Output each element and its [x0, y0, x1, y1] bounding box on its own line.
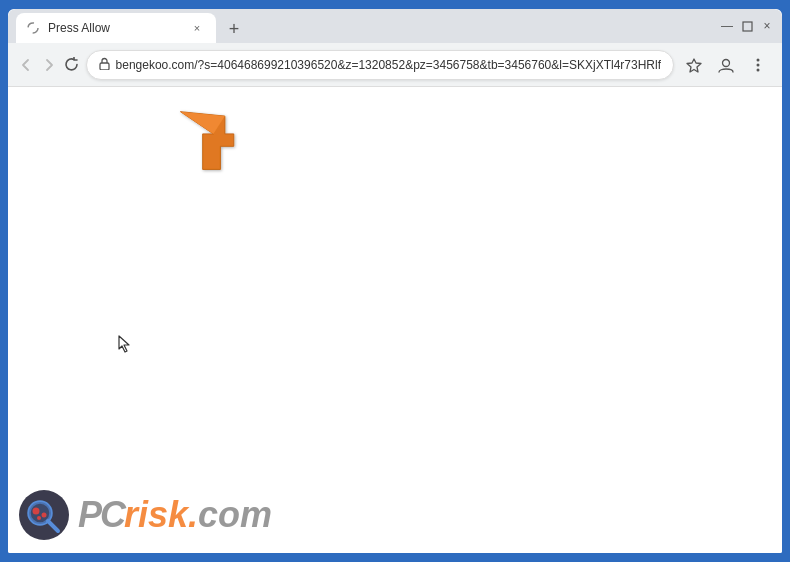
watermark-dot: .: [188, 494, 198, 536]
cursor: [118, 335, 132, 353]
watermark-risk: risk: [124, 494, 188, 536]
svg-point-4: [722, 59, 729, 66]
back-button[interactable]: [18, 51, 35, 79]
page-content: PC risk . com: [8, 87, 782, 553]
new-tab-button[interactable]: +: [220, 15, 248, 43]
svg-point-6: [756, 63, 759, 66]
bookmark-button[interactable]: [680, 51, 708, 79]
close-button[interactable]: ×: [760, 19, 774, 33]
svg-point-5: [756, 58, 759, 61]
watermark-brand-text: PC risk . com: [78, 494, 272, 536]
profile-button[interactable]: [712, 51, 740, 79]
svg-rect-2: [100, 63, 109, 70]
tab-favicon: [26, 21, 40, 35]
minimize-button[interactable]: —: [720, 19, 734, 33]
browser-window: Press Allow × + — ×: [6, 7, 784, 555]
direction-arrow: [176, 105, 256, 185]
address-bar[interactable]: bengekoo.com/?s=406468699210396520&z=132…: [86, 50, 674, 80]
menu-button[interactable]: [744, 51, 772, 79]
window-controls: — ×: [720, 19, 774, 33]
svg-point-15: [33, 508, 40, 515]
watermark: PC risk . com: [18, 489, 272, 541]
svg-point-7: [756, 68, 759, 71]
watermark-pc: PC: [78, 494, 124, 536]
svg-point-16: [42, 513, 47, 518]
lock-icon: [99, 57, 110, 72]
pcrisk-logo: [18, 489, 70, 541]
active-tab[interactable]: Press Allow ×: [16, 13, 216, 43]
forward-button[interactable]: [41, 51, 58, 79]
tab-area: Press Allow × +: [16, 9, 720, 43]
arrow-container: [176, 105, 256, 189]
maximize-button[interactable]: [740, 19, 754, 33]
address-bar-row: bengekoo.com/?s=406468699210396520&z=132…: [8, 43, 782, 87]
tab-close-button[interactable]: ×: [188, 19, 206, 37]
address-bar-actions: [680, 51, 772, 79]
title-bar: Press Allow × + — ×: [8, 9, 782, 43]
svg-point-0: [28, 23, 38, 33]
svg-marker-3: [687, 59, 701, 72]
svg-rect-1: [743, 22, 752, 31]
reload-button[interactable]: [63, 51, 80, 79]
url-text: bengekoo.com/?s=406468699210396520&z=132…: [116, 58, 661, 72]
tab-title: Press Allow: [48, 21, 180, 35]
svg-point-17: [37, 516, 41, 520]
svg-marker-10: [119, 336, 129, 352]
watermark-com: com: [198, 494, 272, 536]
